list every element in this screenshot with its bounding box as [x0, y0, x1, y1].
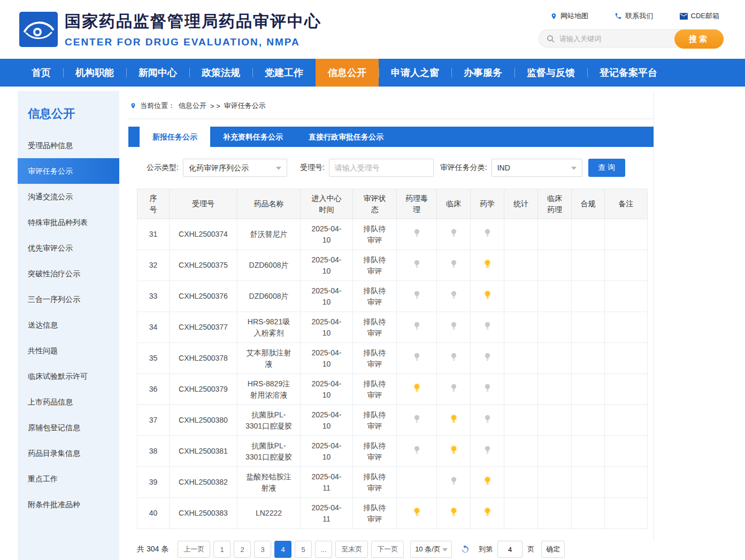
cell-review-status: 排队待审评 [353, 436, 397, 467]
col-pharmtox: 药理毒理 [397, 189, 437, 219]
page-size-select[interactable]: 10 条/页 [410, 541, 452, 558]
sidebar-item-breakthrough-therapy[interactable]: 突破性治疗公示 [18, 261, 119, 286]
cell-clinical-pharmacology [538, 219, 572, 250]
acceptance-no-input[interactable] [329, 159, 434, 177]
cell-pharmtox [397, 312, 437, 343]
cell-compliance [572, 467, 605, 498]
tab-new-tasks[interactable]: 新报任务公示 [140, 127, 210, 147]
sidebar-item-review-tasks[interactable]: 审评任务公示 [18, 158, 119, 184]
chevron-down-icon [571, 167, 577, 170]
table-row: 34 CXHL2500377 HRS-9821吸入粉雾剂 2025-04-10 … [137, 312, 648, 343]
cell-seq: 32 [137, 250, 170, 281]
breadcrumb-prefix: 当前位置： [140, 101, 175, 111]
nav-item-applicant-window[interactable]: 申请人之窗 [379, 59, 451, 87]
page-button-3[interactable]: 3 [254, 541, 271, 558]
cell-seq: 40 [137, 498, 170, 529]
publicity-type-select[interactable]: 化药审评序列公示 [183, 159, 287, 177]
nav-item-policies[interactable]: 政策法规 [189, 59, 252, 87]
cell-clinical [437, 219, 471, 250]
nav-item-info-disclosure[interactable]: 信息公开 [316, 59, 379, 87]
page-button-1[interactable]: 1 [213, 541, 231, 558]
tab-supplementary-tasks[interactable]: 补充资料任务公示 [210, 127, 296, 147]
content: 当前位置： 信息公开 > > 审评任务公示 新报任务公示 补充资料任务公示 直接… [128, 91, 654, 560]
location-pin-icon [550, 12, 557, 20]
cell-seq: 35 [137, 343, 170, 374]
cell-review-status: 排队待审评 [353, 250, 397, 281]
sidebar-item-three-in-one[interactable]: 三合一序列公示 [18, 286, 119, 312]
page-button-2[interactable]: 2 [234, 541, 251, 558]
task-category-select[interactable]: IND [491, 159, 582, 177]
cell-clinical [437, 250, 471, 281]
nav-item-supervision-feedback[interactable]: 监督与反馈 [514, 59, 587, 87]
contact-link[interactable]: 联系我们 [615, 11, 653, 21]
sidebar-item-drug-catalog[interactable]: 药品目录集信息 [18, 440, 119, 466]
nav-item-party-building[interactable]: 党建工作 [252, 59, 316, 87]
bulb-icon [413, 446, 420, 454]
nav-item-news-center[interactable]: 新闻中心 [126, 59, 189, 87]
cell-pharmacy [471, 343, 504, 374]
cell-entry-date: 2025-04-10 [301, 281, 353, 312]
nav-item-registration-platform[interactable]: 登记备案平台 [587, 59, 670, 87]
cell-pharmtox [397, 250, 437, 281]
nav-item-services[interactable]: 办事服务 [451, 59, 514, 87]
search-button[interactable]: 搜索 [674, 29, 724, 49]
cell-pharmacy [471, 250, 504, 281]
task-category-label: 审评任务分类: [440, 163, 487, 173]
bulb-icon [450, 508, 457, 516]
col-entry-date: 进入中心时间 [301, 189, 353, 219]
cell-clinical [437, 498, 471, 529]
table-row: 38 CXHL2500381 抗菌肽PL-3301口腔凝胶 2025-04-10… [137, 436, 648, 467]
bulb-icon [484, 384, 491, 392]
cell-clinical [437, 281, 471, 312]
cell-pharmtox [397, 498, 437, 529]
breadcrumb-section[interactable]: 信息公开 [179, 101, 206, 111]
cell-seq: 38 [137, 436, 170, 467]
cell-compliance [572, 219, 605, 250]
sidebar-item-accepted-varieties[interactable]: 受理品种信息 [18, 133, 119, 158]
sidebar-item-clinical-trial-license[interactable]: 临床试验默示许可 [18, 363, 119, 389]
cell-pharmtox [397, 436, 437, 467]
cell-pharmacy [471, 374, 504, 405]
prev-page-button[interactable]: 上一页 [178, 541, 210, 558]
goto-page-input[interactable] [497, 541, 523, 558]
sidebar-item-priority-review[interactable]: 优先审评公示 [18, 235, 119, 261]
col-clinical-pharmacology: 临床药理 [538, 189, 572, 219]
cell-drug-name: HRS-8829注射用浓溶液 [237, 374, 301, 405]
ellipsis-button[interactable]: ... [315, 541, 332, 558]
sidebar-item-excipient-registration[interactable]: 原辅包登记信息 [18, 415, 119, 440]
sidebar-item-delivery-info[interactable]: 送达信息 [18, 312, 119, 338]
sidebar-item-communication[interactable]: 沟通交流公示 [18, 184, 119, 209]
query-button[interactable]: 查 询 [588, 159, 625, 177]
cell-entry-date: 2025-04-11 [301, 467, 353, 498]
cell-seq: 39 [137, 467, 170, 498]
page-button-4[interactable]: 4 [274, 541, 291, 558]
tab-direct-admin-approval[interactable]: 直接行政审批任务公示 [296, 127, 396, 147]
next-page-button[interactable]: 下一页 [371, 541, 404, 558]
mailbox-link[interactable]: CDE邮箱 [680, 11, 719, 21]
col-compliance: 合规 [572, 189, 605, 219]
cell-remarks [605, 250, 648, 281]
bulb-icon [484, 415, 491, 423]
cde-logo[interactable] [19, 12, 58, 47]
cell-drug-name: DZD6008片 [237, 250, 301, 281]
refresh-icon[interactable] [460, 545, 470, 554]
table-header-row: 序号 受理号 药品名称 进入中心时间 审评状态 药理毒理 临床 药学 统计 临床… [137, 189, 648, 219]
sidebar-item-conditional-approval[interactable]: 附条件批准品种 [18, 492, 119, 517]
cell-statistics [504, 219, 538, 250]
nav-item-home[interactable]: 首页 [19, 59, 63, 87]
confirm-button[interactable]: 确定 [541, 541, 565, 558]
cell-remarks [605, 405, 648, 436]
sidebar-item-key-work[interactable]: 重点工作 [18, 466, 119, 492]
acceptance-no-label: 受理号: [300, 163, 325, 173]
page-button-5[interactable]: 5 [295, 541, 312, 558]
sidebar-item-common-issues[interactable]: 共性问题 [18, 338, 119, 363]
sidebar-item-special-approval-list[interactable]: 特殊审批品种列表 [18, 209, 119, 235]
cell-acceptance-no: CXHL2500380 [170, 405, 237, 436]
filter-bar: 公示类型: 化药审评序列公示 受理号: 审评任务分类: IND 查 询 [128, 159, 654, 177]
nav-item-org-functions[interactable]: 机构职能 [63, 59, 126, 87]
sitemap-link[interactable]: 网站地图 [550, 11, 588, 21]
sidebar-item-marketed-drugs[interactable]: 上市药品信息 [18, 389, 119, 415]
last-page-button[interactable]: 至末页 [335, 541, 368, 558]
cell-pharmtox [397, 281, 437, 312]
col-seq: 序号 [137, 189, 170, 219]
